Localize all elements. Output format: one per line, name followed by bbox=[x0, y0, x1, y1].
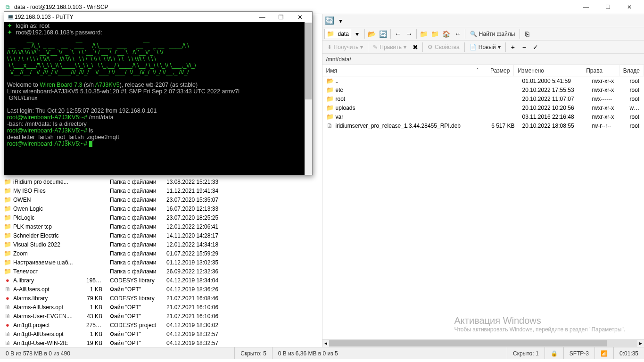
putty-terminal[interactable]: ✦ login as: root ✦ root@192.168.0.103's … bbox=[4, 22, 312, 175]
file-type: Папка с файлами bbox=[106, 206, 163, 212]
sync-icon[interactable]: 🔄 bbox=[324, 16, 335, 26]
col-owner[interactable]: Владе bbox=[619, 65, 644, 76]
delete-icon[interactable]: ✖ bbox=[410, 42, 421, 52]
remote-dir-combo[interactable]: 📁 data bbox=[324, 29, 351, 39]
file-name: OWEN bbox=[13, 197, 31, 203]
remote-path[interactable]: /mnt/data/ bbox=[322, 54, 644, 65]
file-row[interactable]: 📂..01.01.2000 5:41:59rwxr-xr-xroot bbox=[322, 76, 644, 85]
folder-btn2-icon[interactable]: 📁 bbox=[430, 29, 440, 39]
file-row[interactable]: 🗎iridiumserver_pro_release_1.3.44.28455_… bbox=[322, 121, 644, 130]
file-date: 01.07.2022 15:59:29 bbox=[163, 250, 322, 257]
file-row[interactable]: 📁My ISO FilesПапка с файлами11.12.2021 1… bbox=[0, 186, 322, 195]
check-icon[interactable]: ✓ bbox=[530, 42, 541, 52]
props-button[interactable]: ⚙ Свойства bbox=[425, 42, 462, 52]
download-button[interactable]: ⬇ Получить ▾ bbox=[324, 42, 366, 52]
file-row[interactable]: 📁ТелемостПапка с файлами26.09.2022 12:32… bbox=[0, 267, 322, 276]
file-name: A.library bbox=[13, 277, 34, 284]
file-name: var bbox=[336, 114, 344, 120]
file-type: Папка с файлами bbox=[106, 197, 163, 203]
dropdown-icon[interactable]: ▾ bbox=[336, 16, 346, 26]
file-row[interactable]: 📁PLK master tcpПапка с файлами12.01.2022… bbox=[0, 222, 322, 231]
sync-dirs-icon[interactable]: ↔ bbox=[453, 29, 463, 39]
plus-icon[interactable]: + bbox=[508, 42, 518, 52]
folder-icon: 📁 bbox=[326, 86, 334, 94]
key-icon: ✦ bbox=[7, 29, 12, 36]
folder-btn-icon[interactable]: 📁 bbox=[419, 29, 429, 39]
scroll-right-icon[interactable]: ▸ bbox=[637, 340, 644, 347]
scroll-thumb[interactable] bbox=[305, 23, 312, 99]
extra-icon[interactable]: ⎘ bbox=[522, 29, 532, 39]
folder-icon: 📁 bbox=[326, 113, 334, 121]
scroll-left-icon[interactable]: ◂ bbox=[322, 340, 329, 347]
file-row[interactable]: 🗎A-AllUsers.opt1 KBФайл "OPT"04.12.2019 … bbox=[0, 285, 322, 294]
status-protocol: SFTP-3 bbox=[564, 347, 595, 359]
nav-fwd-icon[interactable]: → bbox=[404, 29, 414, 39]
file-date: 12.01.2022 14:34:18 bbox=[163, 241, 322, 248]
close-button[interactable]: ✕ bbox=[619, 0, 640, 14]
minimize-button[interactable]: — bbox=[575, 0, 597, 14]
file-type: CODESYS library bbox=[106, 295, 163, 302]
putty-window-buttons: — ☐ ✕ bbox=[253, 12, 309, 22]
file-row[interactable]: ●Am1g0.project275 KBCODESYS project04.12… bbox=[0, 321, 322, 329]
edit-button[interactable]: ✎ Править ▾ bbox=[370, 42, 409, 52]
file-row[interactable]: 🗎Alarms-AllUsers.opt1 KBФайл "OPT"21.07.… bbox=[0, 303, 322, 312]
file-date: 12.01.2022 12:06:41 bbox=[163, 223, 322, 230]
file-row[interactable]: 🗎Am1g0-AllUsers.opt1 KBФайл "OPT"04.12.2… bbox=[0, 329, 322, 338]
right-file-list[interactable]: 📂..01.01.2000 5:41:59rwxr-xr-xroot📁etc20… bbox=[322, 76, 644, 339]
file-row[interactable]: 📁Owen LogicПапка с файлами16.07.2020 12:… bbox=[0, 204, 322, 213]
file-date: 01.01.2000 5:41:59 bbox=[519, 78, 588, 84]
file-row[interactable]: 📁PlcLogicПапка с файлами23.07.2020 18:25… bbox=[0, 213, 322, 222]
right-panel: 🔄 ▾ 📁 data ▾ 📂 🔄 ← → 📁 📁 🏠 ↔ 🔍 Найти фай… bbox=[322, 14, 644, 347]
file-row[interactable]: 🗎Am1q0-User-WIN-2IE19 KBФайл "OPT"04.12.… bbox=[0, 338, 322, 347]
putty-titlebar[interactable]: 💻 192.168.0.103 - PuTTY — ☐ ✕ bbox=[4, 12, 312, 22]
col-changed[interactable]: Изменено bbox=[514, 65, 582, 76]
putty-minimize[interactable]: — bbox=[253, 12, 272, 22]
maximize-button[interactable]: ☐ bbox=[597, 0, 619, 14]
putty-scrollbar[interactable] bbox=[305, 22, 312, 175]
scroll-thumb[interactable] bbox=[329, 340, 607, 346]
putty-window[interactable]: 💻 192.168.0.103 - PuTTY — ☐ ✕ ✦ login as… bbox=[4, 11, 313, 175]
file-row[interactable]: ●Alarms.library79 KBCODESYS library21.07… bbox=[0, 294, 322, 303]
file-type: Папка с файлами bbox=[106, 214, 163, 221]
separator bbox=[390, 29, 391, 39]
right-nav-toolbar: 📁 data ▾ 📂 🔄 ← → 📁 📁 🏠 ↔ 🔍 Найти файлы ⎘ bbox=[322, 27, 644, 41]
file-icon: 🗎 bbox=[4, 313, 11, 320]
putty-close[interactable]: ✕ bbox=[290, 12, 309, 22]
file-icon: 🗎 bbox=[4, 286, 11, 293]
home-icon[interactable]: 🏠 bbox=[441, 29, 452, 39]
file-row[interactable]: ●A.library195 KBCODESYS library04.12.201… bbox=[0, 276, 322, 285]
status-bar: 0 B из 578 MB в 0 из 490 Скрыто: 5 0 B и… bbox=[0, 347, 644, 359]
file-type: Файл "OPT" bbox=[106, 304, 163, 311]
linux-line: Linux wirenboard-A7J3KV5 5.10.35-wb120 #… bbox=[7, 88, 239, 101]
file-date: 21.07.2021 16:10:06 bbox=[163, 313, 322, 320]
file-row[interactable]: 📁Настраиваемые шаб...Папка с файлами01.1… bbox=[0, 258, 322, 267]
file-row[interactable]: 📁root20.10.2022 11:07:07rwx------root bbox=[322, 94, 644, 103]
file-row[interactable]: 📁iRidium pro docume...Папка с файлами13.… bbox=[0, 177, 322, 186]
file-icon: 🗎 bbox=[4, 339, 11, 347]
putty-maximize[interactable]: ☐ bbox=[272, 12, 290, 22]
winscp-icon: ⧉ bbox=[4, 3, 11, 11]
drop-icon[interactable]: ▾ bbox=[352, 29, 363, 39]
right-hscroll[interactable]: ◂ ▸ bbox=[322, 339, 644, 347]
file-owner: root bbox=[626, 78, 644, 84]
separator bbox=[422, 42, 423, 52]
file-row[interactable]: 📁ZoomПапка с файлами01.07.2022 15:59:29 bbox=[0, 249, 322, 258]
folder-icon: 📁 bbox=[4, 241, 11, 248]
nav-refresh-icon[interactable]: 🔄 bbox=[378, 29, 388, 39]
new-button[interactable]: 📄 Новый ▾ bbox=[467, 42, 504, 52]
col-name[interactable]: Имя ˄ bbox=[322, 65, 484, 76]
find-files-label: Найти файлы bbox=[479, 31, 515, 37]
nav-back-icon[interactable]: ← bbox=[393, 29, 403, 39]
file-row[interactable]: 📁Visual Studio 2022Папка с файлами12.01.… bbox=[0, 240, 322, 249]
file-row[interactable]: 📁OWENПапка с файлами23.07.2020 15:35:07 bbox=[0, 195, 322, 204]
file-row[interactable]: 📁uploads20.10.2022 10:20:56rwxr-xr-xwww- bbox=[322, 103, 644, 112]
find-files-button[interactable]: 🔍 Найти файлы bbox=[467, 29, 518, 39]
file-row[interactable]: 🗎Alarms-User-EVGEN....43 KBФайл "OPT"21.… bbox=[0, 312, 322, 321]
nav-up-icon[interactable]: 📂 bbox=[367, 29, 377, 39]
file-row[interactable]: 📁etc20.10.2022 17:55:53rwxr-xr-xroot bbox=[322, 85, 644, 94]
minus-icon[interactable]: − bbox=[519, 42, 529, 52]
col-rights[interactable]: Права bbox=[582, 65, 619, 76]
file-row[interactable]: 📁var03.11.2016 22:16:48rwxr-xr-xroot bbox=[322, 112, 644, 121]
file-row[interactable]: 📁Schneider ElectricПапка с файлами14.11.… bbox=[0, 231, 322, 240]
col-size[interactable]: Размер bbox=[483, 65, 514, 76]
